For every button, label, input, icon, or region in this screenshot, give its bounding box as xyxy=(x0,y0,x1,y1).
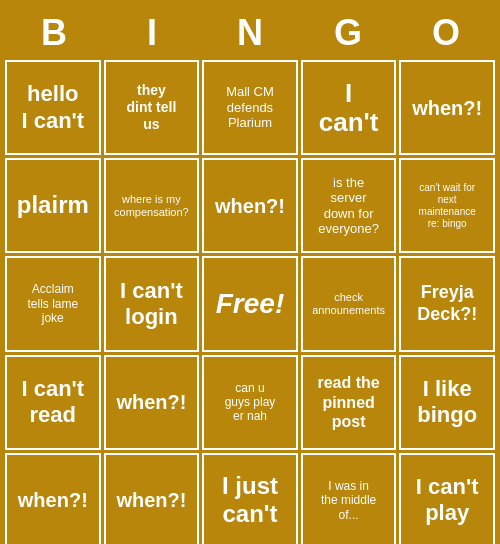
cell-r1c2[interactable]: theydint tellus xyxy=(104,60,200,155)
cell-r2c2[interactable]: where is mycompensation? xyxy=(104,158,200,253)
cell-r3c2[interactable]: I can'tlogin xyxy=(104,256,200,351)
bingo-grid: helloI can't theydint tellus Mall CMdefe… xyxy=(5,60,495,544)
bingo-board: B I N G O helloI can't theydint tellus M… xyxy=(5,8,495,544)
header-g: G xyxy=(299,8,397,58)
cell-r4c3[interactable]: can uguys player nah xyxy=(202,355,298,450)
cell-r3c1[interactable]: Acclaimtells lamejoke xyxy=(5,256,101,351)
cell-r5c1[interactable]: when?! xyxy=(5,453,101,544)
cell-r1c4[interactable]: Ican't xyxy=(301,60,397,155)
cell-r2c5[interactable]: can't wait fornextmaintenancere: bingo xyxy=(399,158,495,253)
cell-r3c4[interactable]: checkannounements xyxy=(301,256,397,351)
header-n: N xyxy=(201,8,299,58)
cell-r5c5[interactable]: I can'tplay xyxy=(399,453,495,544)
cell-r2c3[interactable]: when?! xyxy=(202,158,298,253)
cell-r4c5[interactable]: I likebingo xyxy=(399,355,495,450)
cell-r3c3-free[interactable]: Free! xyxy=(202,256,298,351)
cell-r1c3[interactable]: Mall CMdefendsPlarium xyxy=(202,60,298,155)
cell-r5c4[interactable]: I was inthe middleof... xyxy=(301,453,397,544)
cell-r4c2[interactable]: when?! xyxy=(104,355,200,450)
header-o: O xyxy=(397,8,495,58)
cell-r5c3[interactable]: I justcan't xyxy=(202,453,298,544)
header-i: I xyxy=(103,8,201,58)
cell-r4c4[interactable]: read thepinnedpost xyxy=(301,355,397,450)
cell-r5c2[interactable]: when?! xyxy=(104,453,200,544)
bingo-header: B I N G O xyxy=(5,8,495,58)
cell-r1c1[interactable]: helloI can't xyxy=(5,60,101,155)
cell-r3c5[interactable]: FreyjaDeck?! xyxy=(399,256,495,351)
cell-r2c1[interactable]: plairm xyxy=(5,158,101,253)
cell-r2c4[interactable]: is theserverdown foreveryone? xyxy=(301,158,397,253)
cell-r4c1[interactable]: I can'tread xyxy=(5,355,101,450)
header-b: B xyxy=(5,8,103,58)
cell-r1c5[interactable]: when?! xyxy=(399,60,495,155)
